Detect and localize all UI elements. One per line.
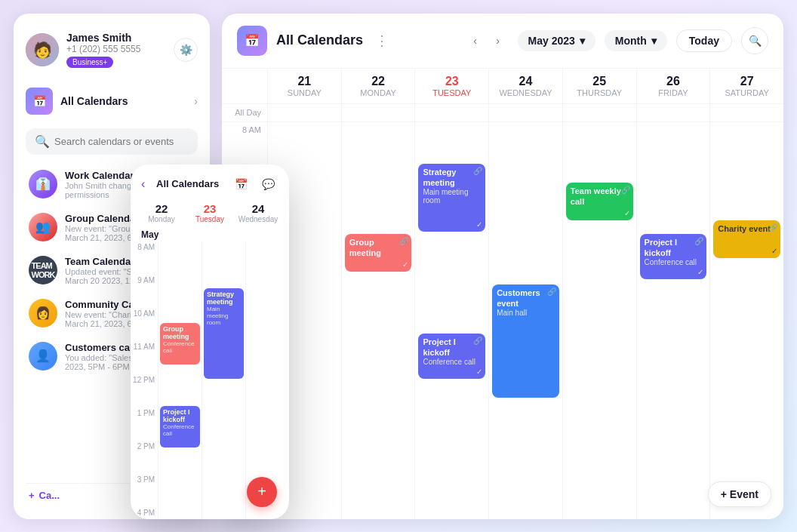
time-grid: 8 AM 9 AM 10 AM 11 AM 12 PM 1 PM 2 PM 3 …	[222, 122, 783, 519]
event-icon: 🔗	[547, 288, 556, 296]
event-check-icon: ✓	[476, 367, 482, 376]
calendar-icon: 📅	[26, 88, 53, 115]
day-col-fri: Project I kickoff Conference call 🔗 ✓	[636, 122, 710, 519]
event-charity-event[interactable]: Charity event 🔗 ✓	[713, 220, 780, 258]
navigation-arrows: ‹ ›	[465, 30, 509, 51]
day-header-24: 24 Wednesday	[488, 69, 562, 103]
day-headers: 21 Sunday 22 Monday 23 Tuesday 24 Wednes…	[222, 69, 783, 104]
mobile-chat-icon[interactable]: 💬	[257, 174, 278, 195]
work-calendar-avatar: 👔	[29, 170, 57, 198]
more-options-button[interactable]: ⋮	[375, 32, 389, 49]
mobile-event-group-meeting[interactable]: Group meeting Conference call	[160, 323, 200, 364]
mobile-back-button[interactable]: ‹	[141, 177, 145, 191]
event-icon: 🔗	[621, 186, 630, 194]
all-day-row: All Day	[222, 104, 783, 122]
day-header-23: 23 Tuesday	[414, 69, 488, 103]
mobile-day-23: 23 Tuesday	[186, 202, 233, 223]
plus-icon: +	[29, 490, 35, 501]
day-col-tue: Strategy meeting Main meeting room 🔗 ✓ P…	[414, 122, 488, 519]
search-button[interactable]: 🔍	[741, 27, 768, 54]
header-calendar-icon: 📅	[237, 26, 267, 56]
event-check-icon: ✓	[624, 209, 630, 217]
day-header-26: 26 Friday	[636, 69, 710, 103]
month-label: May 2023	[528, 35, 575, 47]
calendar-header: 📅 All Calendars ⋮ ‹ › May 2023 ▾ Month ▾…	[222, 14, 783, 69]
mobile-days-header: 22 Monday 23 Tuesday 24 Wednesday	[131, 199, 289, 226]
event-check-icon: ✓	[697, 268, 703, 276]
mobile-title: All Calendars	[149, 178, 226, 189]
community-calendar-avatar: 👩	[29, 299, 57, 328]
customers-calendar-avatar: 👤	[29, 342, 57, 371]
search-icon: 🔍	[35, 134, 50, 149]
event-check-icon: ✓	[771, 247, 777, 255]
day-header-21: 21 Sunday	[267, 69, 341, 103]
team-calendar-avatar: TEAMWORK	[29, 256, 57, 284]
event-icon: 🔗	[399, 237, 408, 245]
view-label: Month	[615, 35, 647, 47]
time-8am: 8 AM	[222, 122, 267, 160]
mobile-event-strategy-meeting[interactable]: Strategy meeting Main meeting room	[204, 288, 244, 379]
mobile-overlay: ‹ All Calendars 📅 💬 22 Monday 23 Tuesday…	[131, 165, 289, 519]
day-col-mon: Group meeting 🔗 ✓	[341, 122, 415, 519]
mobile-day-col-mon: Group meeting Conference call Project I …	[158, 241, 202, 519]
all-calendars-label: All Calendars	[60, 95, 186, 107]
mobile-header: ‹ All Calendars 📅 💬	[131, 165, 289, 199]
event-project-kickoff-tue[interactable]: Project I kickoff Conference call 🔗 ✓	[418, 334, 485, 379]
group-calendar-avatar: 👥	[29, 213, 57, 241]
event-team-weekly-call[interactable]: Team weekly call 🔗 ✓	[566, 183, 633, 220]
event-icon: 🔗	[473, 167, 482, 175]
month-chevron-icon: ▾	[580, 35, 585, 47]
month-picker[interactable]: May 2023 ▾	[518, 30, 595, 51]
calendar-main: 📅 All Calendars ⋮ ‹ › May 2023 ▾ Month ▾…	[222, 14, 783, 519]
event-group-meeting[interactable]: Group meeting 🔗 ✓	[345, 234, 412, 272]
mobile-fab-button[interactable]: +	[247, 477, 277, 507]
add-event-button[interactable]: + Event	[708, 481, 771, 507]
user-name: James Smith	[66, 32, 166, 44]
all-day-cell-tue	[414, 104, 488, 121]
prev-button[interactable]: ‹	[465, 30, 486, 51]
event-customers-event[interactable]: Customers event Main hall 🔗	[492, 284, 559, 398]
day-col-sat: Charity event 🔗 ✓	[709, 122, 783, 519]
today-button[interactable]: Today	[676, 29, 732, 52]
day-col-thu: Team weekly call 🔗 ✓	[562, 122, 636, 519]
user-card: 🧑 James Smith +1 (202) 555 5555 Business…	[26, 26, 198, 74]
time-spacer	[222, 69, 267, 103]
event-project-kickoff-fri[interactable]: Project I kickoff Conference call 🔗 ✓	[640, 234, 707, 279]
event-check-icon: ✓	[402, 260, 408, 269]
event-strategy-meeting[interactable]: Strategy meeting Main meeting room 🔗 ✓	[418, 164, 485, 232]
all-day-cell-fri	[636, 104, 710, 121]
mobile-calendar-icon[interactable]: 📅	[230, 174, 251, 195]
user-badge: Business+	[66, 57, 113, 68]
day-header-27: 27 Saturday	[709, 69, 783, 103]
event-icon: 🔗	[768, 223, 777, 232]
all-calendars-row[interactable]: 📅 All Calendars ›	[26, 83, 198, 119]
all-day-cell-sat	[709, 104, 783, 121]
mobile-month-label: May	[131, 226, 289, 241]
mobile-day-24: 24 Wednesday	[235, 202, 282, 223]
settings-button[interactable]: ⚙️	[174, 38, 198, 62]
mobile-time-col: 8 AM 9 AM 10 AM 11 AM 12 PM 1 PM 2 PM 3 …	[131, 241, 158, 519]
all-day-label: All Day	[222, 104, 267, 121]
search-icon: 🔍	[749, 35, 762, 47]
event-icon: 🔗	[694, 237, 703, 245]
mobile-event-project-kickoff[interactable]: Project I kickoff Conference call	[160, 406, 200, 447]
avatar: 🧑	[26, 33, 59, 66]
search-input[interactable]	[54, 136, 189, 147]
all-day-cell-thu	[562, 104, 636, 121]
search-bar[interactable]: 🔍	[26, 128, 198, 155]
calendar-title: All Calendars	[276, 32, 363, 48]
event-check-icon: ✓	[476, 220, 482, 229]
all-day-cell-wed	[488, 104, 562, 121]
next-button[interactable]: ›	[488, 30, 509, 51]
day-header-22: 22 Monday	[341, 69, 415, 103]
view-picker[interactable]: Month ▾	[605, 30, 667, 51]
mobile-day-22: 22 Monday	[138, 202, 185, 223]
chevron-right-icon: ›	[194, 95, 198, 107]
user-phone: +1 (202) 555 5555	[66, 44, 166, 54]
mobile-day-col-tue: Strategy meeting Main meeting room	[202, 241, 245, 519]
avatar-image: 🧑	[26, 33, 59, 66]
day-col-wed: Customers event Main hall 🔗	[488, 122, 562, 519]
event-icon: 🔗	[473, 337, 482, 345]
add-calendar-label: Ca...	[39, 490, 60, 501]
user-info: James Smith +1 (202) 555 5555 Business+	[66, 32, 166, 68]
